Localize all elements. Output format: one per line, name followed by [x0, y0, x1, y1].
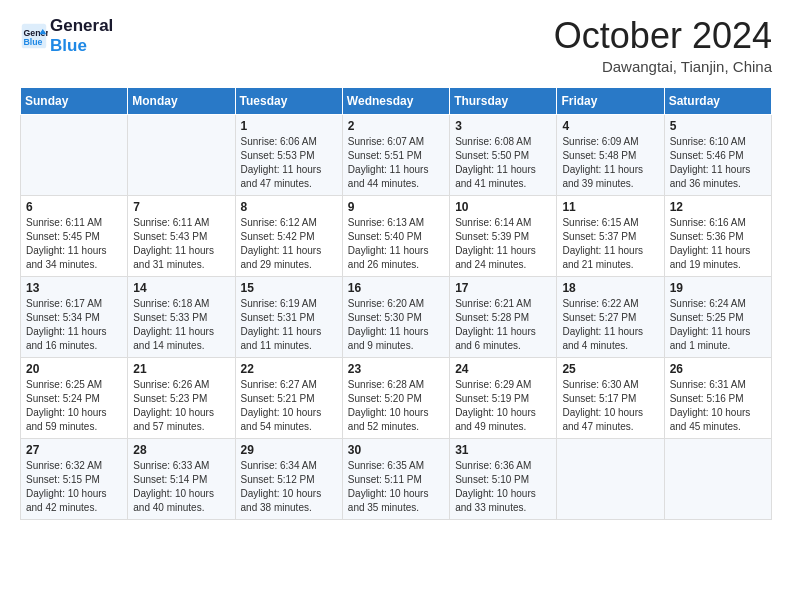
calendar-cell: 18Sunrise: 6:22 AMSunset: 5:27 PMDayligh… — [557, 276, 664, 357]
day-number: 31 — [455, 443, 551, 457]
calendar-cell: 9Sunrise: 6:13 AMSunset: 5:40 PMDaylight… — [342, 195, 449, 276]
calendar-cell: 29Sunrise: 6:34 AMSunset: 5:12 PMDayligh… — [235, 438, 342, 519]
calendar-cell — [21, 114, 128, 195]
calendar-cell: 31Sunrise: 6:36 AMSunset: 5:10 PMDayligh… — [450, 438, 557, 519]
day-number: 22 — [241, 362, 337, 376]
day-info: Sunrise: 6:20 AMSunset: 5:30 PMDaylight:… — [348, 297, 444, 353]
day-number: 18 — [562, 281, 658, 295]
header-thursday: Thursday — [450, 87, 557, 114]
day-info: Sunrise: 6:17 AMSunset: 5:34 PMDaylight:… — [26, 297, 122, 353]
calendar-week-1: 1Sunrise: 6:06 AMSunset: 5:53 PMDaylight… — [21, 114, 772, 195]
calendar-cell: 21Sunrise: 6:26 AMSunset: 5:23 PMDayligh… — [128, 357, 235, 438]
calendar-cell: 6Sunrise: 6:11 AMSunset: 5:45 PMDaylight… — [21, 195, 128, 276]
day-info: Sunrise: 6:21 AMSunset: 5:28 PMDaylight:… — [455, 297, 551, 353]
calendar-cell: 26Sunrise: 6:31 AMSunset: 5:16 PMDayligh… — [664, 357, 771, 438]
calendar-cell: 2Sunrise: 6:07 AMSunset: 5:51 PMDaylight… — [342, 114, 449, 195]
header-sunday: Sunday — [21, 87, 128, 114]
header-monday: Monday — [128, 87, 235, 114]
header-saturday: Saturday — [664, 87, 771, 114]
calendar-cell — [664, 438, 771, 519]
title-block: October 2024 Dawangtai, Tianjin, China — [554, 16, 772, 75]
calendar-cell: 20Sunrise: 6:25 AMSunset: 5:24 PMDayligh… — [21, 357, 128, 438]
day-number: 29 — [241, 443, 337, 457]
day-number: 27 — [26, 443, 122, 457]
day-number: 5 — [670, 119, 766, 133]
day-info: Sunrise: 6:07 AMSunset: 5:51 PMDaylight:… — [348, 135, 444, 191]
day-number: 4 — [562, 119, 658, 133]
calendar-cell: 24Sunrise: 6:29 AMSunset: 5:19 PMDayligh… — [450, 357, 557, 438]
calendar-cell: 23Sunrise: 6:28 AMSunset: 5:20 PMDayligh… — [342, 357, 449, 438]
day-number: 28 — [133, 443, 229, 457]
calendar-cell: 25Sunrise: 6:30 AMSunset: 5:17 PMDayligh… — [557, 357, 664, 438]
calendar-cell: 5Sunrise: 6:10 AMSunset: 5:46 PMDaylight… — [664, 114, 771, 195]
day-info: Sunrise: 6:26 AMSunset: 5:23 PMDaylight:… — [133, 378, 229, 434]
header-tuesday: Tuesday — [235, 87, 342, 114]
day-info: Sunrise: 6:11 AMSunset: 5:43 PMDaylight:… — [133, 216, 229, 272]
calendar-body: 1Sunrise: 6:06 AMSunset: 5:53 PMDaylight… — [21, 114, 772, 519]
day-info: Sunrise: 6:06 AMSunset: 5:53 PMDaylight:… — [241, 135, 337, 191]
calendar-cell: 14Sunrise: 6:18 AMSunset: 5:33 PMDayligh… — [128, 276, 235, 357]
calendar-cell: 1Sunrise: 6:06 AMSunset: 5:53 PMDaylight… — [235, 114, 342, 195]
calendar-cell: 19Sunrise: 6:24 AMSunset: 5:25 PMDayligh… — [664, 276, 771, 357]
calendar-cell — [128, 114, 235, 195]
day-info: Sunrise: 6:31 AMSunset: 5:16 PMDaylight:… — [670, 378, 766, 434]
logo-text-general: General — [50, 16, 113, 36]
day-number: 13 — [26, 281, 122, 295]
day-number: 16 — [348, 281, 444, 295]
logo-icon: General Blue — [20, 22, 48, 50]
day-number: 20 — [26, 362, 122, 376]
day-number: 26 — [670, 362, 766, 376]
location-title: Dawangtai, Tianjin, China — [554, 58, 772, 75]
day-number: 24 — [455, 362, 551, 376]
day-info: Sunrise: 6:30 AMSunset: 5:17 PMDaylight:… — [562, 378, 658, 434]
calendar-cell: 11Sunrise: 6:15 AMSunset: 5:37 PMDayligh… — [557, 195, 664, 276]
day-number: 12 — [670, 200, 766, 214]
calendar-week-3: 13Sunrise: 6:17 AMSunset: 5:34 PMDayligh… — [21, 276, 772, 357]
calendar-cell: 28Sunrise: 6:33 AMSunset: 5:14 PMDayligh… — [128, 438, 235, 519]
day-info: Sunrise: 6:22 AMSunset: 5:27 PMDaylight:… — [562, 297, 658, 353]
day-info: Sunrise: 6:16 AMSunset: 5:36 PMDaylight:… — [670, 216, 766, 272]
day-number: 19 — [670, 281, 766, 295]
day-number: 17 — [455, 281, 551, 295]
day-info: Sunrise: 6:18 AMSunset: 5:33 PMDaylight:… — [133, 297, 229, 353]
calendar-cell: 12Sunrise: 6:16 AMSunset: 5:36 PMDayligh… — [664, 195, 771, 276]
day-number: 8 — [241, 200, 337, 214]
day-number: 1 — [241, 119, 337, 133]
day-number: 11 — [562, 200, 658, 214]
day-number: 25 — [562, 362, 658, 376]
calendar-cell: 13Sunrise: 6:17 AMSunset: 5:34 PMDayligh… — [21, 276, 128, 357]
day-info: Sunrise: 6:32 AMSunset: 5:15 PMDaylight:… — [26, 459, 122, 515]
day-number: 15 — [241, 281, 337, 295]
calendar-header-row: SundayMondayTuesdayWednesdayThursdayFrid… — [21, 87, 772, 114]
day-number: 10 — [455, 200, 551, 214]
calendar-cell: 4Sunrise: 6:09 AMSunset: 5:48 PMDaylight… — [557, 114, 664, 195]
day-number: 21 — [133, 362, 229, 376]
day-info: Sunrise: 6:29 AMSunset: 5:19 PMDaylight:… — [455, 378, 551, 434]
logo: General Blue General Blue — [20, 16, 113, 55]
month-title: October 2024 — [554, 16, 772, 56]
calendar-cell — [557, 438, 664, 519]
calendar-week-5: 27Sunrise: 6:32 AMSunset: 5:15 PMDayligh… — [21, 438, 772, 519]
day-number: 2 — [348, 119, 444, 133]
calendar-cell: 8Sunrise: 6:12 AMSunset: 5:42 PMDaylight… — [235, 195, 342, 276]
day-info: Sunrise: 6:13 AMSunset: 5:40 PMDaylight:… — [348, 216, 444, 272]
calendar-cell: 30Sunrise: 6:35 AMSunset: 5:11 PMDayligh… — [342, 438, 449, 519]
day-info: Sunrise: 6:34 AMSunset: 5:12 PMDaylight:… — [241, 459, 337, 515]
calendar-cell: 3Sunrise: 6:08 AMSunset: 5:50 PMDaylight… — [450, 114, 557, 195]
day-info: Sunrise: 6:10 AMSunset: 5:46 PMDaylight:… — [670, 135, 766, 191]
header-wednesday: Wednesday — [342, 87, 449, 114]
day-info: Sunrise: 6:19 AMSunset: 5:31 PMDaylight:… — [241, 297, 337, 353]
day-info: Sunrise: 6:27 AMSunset: 5:21 PMDaylight:… — [241, 378, 337, 434]
day-number: 6 — [26, 200, 122, 214]
calendar-cell: 7Sunrise: 6:11 AMSunset: 5:43 PMDaylight… — [128, 195, 235, 276]
calendar-cell: 22Sunrise: 6:27 AMSunset: 5:21 PMDayligh… — [235, 357, 342, 438]
day-info: Sunrise: 6:15 AMSunset: 5:37 PMDaylight:… — [562, 216, 658, 272]
day-info: Sunrise: 6:08 AMSunset: 5:50 PMDaylight:… — [455, 135, 551, 191]
day-info: Sunrise: 6:12 AMSunset: 5:42 PMDaylight:… — [241, 216, 337, 272]
logo-text-blue: Blue — [50, 36, 113, 56]
calendar-cell: 17Sunrise: 6:21 AMSunset: 5:28 PMDayligh… — [450, 276, 557, 357]
calendar-cell: 27Sunrise: 6:32 AMSunset: 5:15 PMDayligh… — [21, 438, 128, 519]
day-info: Sunrise: 6:33 AMSunset: 5:14 PMDaylight:… — [133, 459, 229, 515]
day-info: Sunrise: 6:24 AMSunset: 5:25 PMDaylight:… — [670, 297, 766, 353]
calendar-week-4: 20Sunrise: 6:25 AMSunset: 5:24 PMDayligh… — [21, 357, 772, 438]
